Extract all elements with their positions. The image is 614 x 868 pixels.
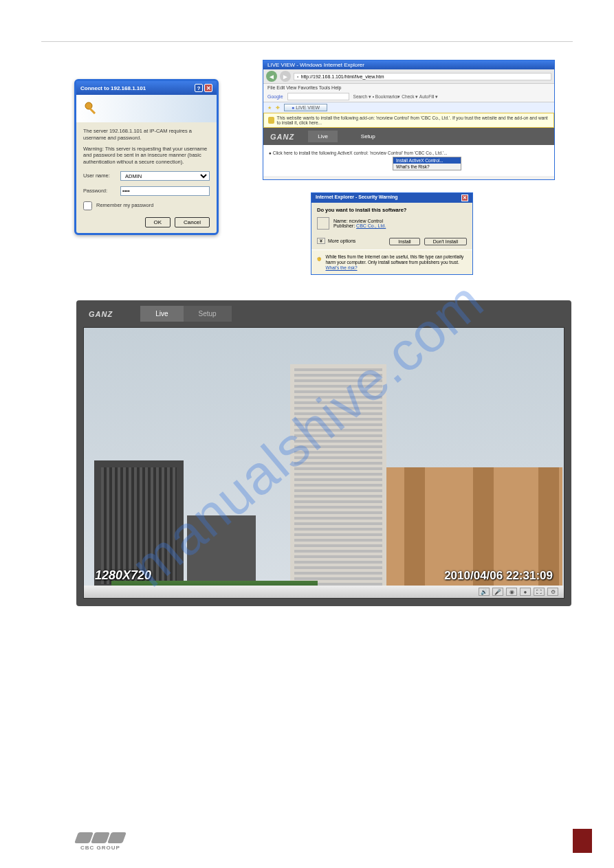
google-items[interactable]: Search ▾ • Bookmarks▾ Check ▾ AutoFill ▾ xyxy=(353,94,439,100)
ganz-logo: GANZ xyxy=(89,310,113,318)
cbc-brand-text: CBC GROUP xyxy=(80,845,120,851)
ok-button[interactable]: OK xyxy=(145,217,171,227)
whats-risk-item[interactable]: What's the Risk? xyxy=(393,164,461,170)
close-icon[interactable]: ✕ xyxy=(204,84,212,92)
expand-icon[interactable]: ¥ xyxy=(317,238,325,244)
activex-prompt[interactable]: ● Click here to install the following Ac… xyxy=(269,151,549,155)
username-field[interactable]: ADMIN xyxy=(120,171,210,181)
google-toolbar: Google Search ▾ • Bookmarks▾ Check ▾ Aut… xyxy=(263,91,554,102)
forward-icon[interactable]: ► xyxy=(280,71,291,82)
install-button[interactable]: Install xyxy=(389,238,419,245)
remember-label: Remember my password xyxy=(96,202,153,209)
footer: CBC GROUP xyxy=(76,832,124,851)
video-control-bar: 🔊 🎤 ◉ ● ⛶ ⚙ xyxy=(84,586,564,598)
tab-live[interactable]: Live xyxy=(140,306,183,322)
record-icon[interactable]: ● xyxy=(520,588,531,596)
keys-icon xyxy=(83,100,100,117)
password-label: Password: xyxy=(83,188,116,194)
browser-tab[interactable]: ● LIVE VIEW xyxy=(284,104,327,111)
remember-checkbox[interactable] xyxy=(83,201,92,210)
warning-shield-icon: ! xyxy=(317,254,321,264)
activex-context-menu: Install ActiveX Control... What's the Ri… xyxy=(393,157,461,170)
ie-nav-toolbar: ◄ ► ▫ http://192.168.1.101/html/live_vie… xyxy=(263,69,554,84)
building-mid xyxy=(187,515,256,591)
more-options[interactable]: More options xyxy=(328,238,355,243)
video-feed: 1280X720 2010/04/06 22:31:09 🔊 🎤 ◉ ● ⛶ ⚙ xyxy=(83,327,564,599)
sec-title: Internet Explorer - Security Warning xyxy=(316,194,398,201)
resolution-overlay: 1280X720 xyxy=(95,568,151,583)
cbc-logo: CBC GROUP xyxy=(76,832,124,851)
fullscreen-icon[interactable]: ⛶ xyxy=(534,588,545,596)
live-view-panel: GANZ Live Setup 1280X720 2010/04/06 22:3… xyxy=(76,300,571,606)
sec-name-label: Name: xyxy=(333,219,348,223)
notice-text: This website wants to install the follow… xyxy=(277,115,549,125)
svg-text:!: ! xyxy=(319,258,320,260)
star-add-icon[interactable]: ✚ xyxy=(276,105,280,111)
tab-setup[interactable]: Setup xyxy=(351,131,385,142)
dialog-banner xyxy=(76,95,217,122)
mic-icon[interactable]: 🎤 xyxy=(492,588,503,596)
security-notice-bar[interactable]: This website wants to install the follow… xyxy=(263,113,554,128)
sec-question: Do you want to install this software? xyxy=(317,207,467,213)
sec-pub-label: Publisher: xyxy=(333,223,355,228)
security-warning-dialog: Internet Explorer - Security Warning ✕ D… xyxy=(311,192,473,275)
google-search-field[interactable] xyxy=(287,93,349,100)
server-text: The server 192.168.1.101 at IP-CAM requi… xyxy=(83,128,210,142)
sec-name-value: ncxview Control xyxy=(349,219,383,223)
building-tower xyxy=(290,364,386,591)
settings-icon[interactable]: ⚙ xyxy=(547,588,558,596)
back-icon[interactable]: ◄ xyxy=(266,71,277,82)
tab-setup[interactable]: Setup xyxy=(184,306,232,322)
warning-text: Warning: This server is requesting that … xyxy=(83,146,210,166)
tab-live[interactable]: Live xyxy=(308,131,338,142)
dont-install-button[interactable]: Don't Install xyxy=(424,238,467,245)
software-icon xyxy=(317,217,329,230)
sec-pub-value[interactable]: CBC Co., Ltd. xyxy=(356,223,386,228)
username-label: User name: xyxy=(83,173,116,179)
sec-footer-text: While files from the Internet can be use… xyxy=(325,254,463,265)
google-label: Google xyxy=(267,94,283,99)
star-icon[interactable]: ★ xyxy=(267,105,272,111)
favorites-bar: ★ ✚ ● LIVE VIEW xyxy=(263,102,554,113)
ganz-logo: GANZ xyxy=(270,133,294,141)
page-icon: ▫ xyxy=(297,74,298,79)
ie-browser-window: LIVE VIEW - Windows Internet Explorer ◄ … xyxy=(263,60,555,180)
password-field[interactable] xyxy=(120,186,210,196)
snapshot-icon[interactable]: ◉ xyxy=(506,588,517,596)
app-header: GANZ Live Setup xyxy=(263,128,554,145)
cancel-button[interactable]: Cancel xyxy=(175,217,210,227)
ie-window-title: LIVE VIEW - Windows Internet Explorer xyxy=(263,60,554,69)
ie-menu-bar[interactable]: File Edit View Favorites Tools Help xyxy=(263,84,554,91)
close-icon[interactable]: ✕ xyxy=(461,194,468,201)
timestamp-overlay: 2010/04/06 22:31:09 xyxy=(444,569,553,583)
dialog-title: Connect to 192.168.1.101 xyxy=(80,85,146,91)
help-icon[interactable]: ? xyxy=(195,84,203,92)
risk-link[interactable]: What's the risk? xyxy=(325,265,357,270)
install-activex-item[interactable]: Install ActiveX Control... xyxy=(393,157,461,164)
dialog-titlebar: Connect to 192.168.1.101 ? ✕ xyxy=(76,81,217,95)
top-divider xyxy=(41,41,573,42)
svg-rect-1 xyxy=(89,108,96,114)
connect-dialog: Connect to 192.168.1.101 ? ✕ The server … xyxy=(74,79,219,235)
url-field[interactable]: http://192.168.1.101/html/live_view.htm xyxy=(300,74,384,79)
speaker-icon[interactable]: 🔊 xyxy=(479,588,490,596)
shield-icon xyxy=(268,117,274,124)
page-number-block xyxy=(573,829,592,853)
